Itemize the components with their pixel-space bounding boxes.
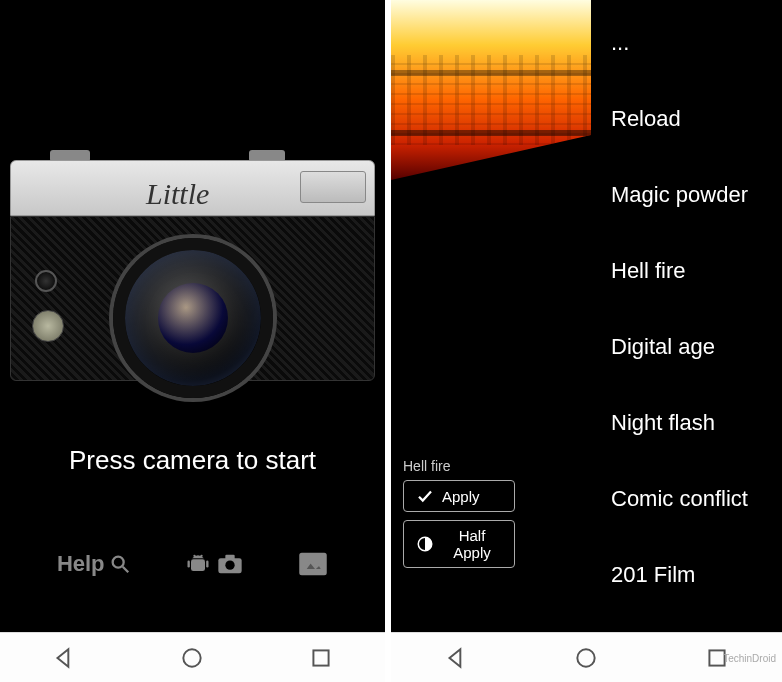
- apply-button[interactable]: Apply: [403, 480, 515, 512]
- filter-item-magic-powder[interactable]: Magic powder: [611, 182, 762, 208]
- svg-rect-6: [206, 561, 208, 568]
- filters-content: ... Reload Magic powder Hell fire Digita…: [391, 0, 782, 632]
- android-navbar-left: [0, 632, 385, 682]
- half-apply-button[interactable]: Half Apply: [403, 520, 515, 568]
- nav-home-button[interactable]: [179, 645, 205, 671]
- start-instruction-text: Press camera to start: [0, 445, 385, 476]
- search-icon: [109, 553, 131, 575]
- filter-item-reload[interactable]: Reload: [611, 106, 762, 132]
- camera-top-plate: Little: [10, 160, 375, 216]
- camera-icon: [216, 552, 244, 576]
- camera-flash: [300, 171, 366, 203]
- camera-illustration[interactable]: Little: [10, 160, 375, 420]
- camera-brand-label: Little: [146, 177, 209, 211]
- svg-point-13: [184, 649, 201, 666]
- svg-point-17: [578, 649, 595, 666]
- filter-preview-image: [391, 0, 591, 180]
- check-icon: [416, 487, 434, 505]
- svg-marker-16: [450, 649, 461, 666]
- gallery-button[interactable]: [298, 551, 328, 577]
- filter-item-hell-fire[interactable]: Hell fire: [611, 258, 762, 284]
- camera-lens: [113, 238, 273, 398]
- svg-line-1: [122, 567, 128, 573]
- svg-point-8: [226, 561, 235, 570]
- start-toolbar: Help: [0, 550, 385, 578]
- filter-list[interactable]: ... Reload Magic powder Hell fire Digita…: [611, 30, 762, 588]
- svg-rect-5: [188, 561, 190, 568]
- half-apply-button-label: Half Apply: [442, 527, 502, 561]
- apply-button-group: Apply Half Apply: [403, 480, 515, 568]
- filter-item-night-flash[interactable]: Night flash: [611, 410, 762, 436]
- svg-rect-2: [191, 559, 205, 571]
- svg-rect-14: [313, 650, 328, 665]
- start-content: Little Press camera to start Help: [0, 0, 385, 632]
- filter-item-comic-conflict[interactable]: Comic conflict: [611, 486, 762, 512]
- nav-back-button[interactable]: [443, 645, 469, 671]
- gallery-icon: [298, 551, 328, 577]
- svg-rect-9: [226, 555, 235, 560]
- screen-filters: ... Reload Magic powder Hell fire Digita…: [391, 0, 782, 682]
- screen-start: Little Press camera to start Help: [0, 0, 391, 682]
- filter-item-201-film[interactable]: 201 Film: [611, 562, 762, 588]
- camera-small-knob: [35, 270, 57, 292]
- watermark-text: TechinDroid: [723, 653, 776, 664]
- nav-home-button[interactable]: [573, 645, 599, 671]
- filter-item-more[interactable]: ...: [611, 30, 762, 56]
- svg-marker-12: [58, 649, 69, 666]
- nav-back-button[interactable]: [51, 645, 77, 671]
- half-circle-icon: [416, 535, 434, 553]
- help-button[interactable]: Help: [57, 551, 131, 577]
- help-label: Help: [57, 551, 105, 577]
- android-navbar-right: TechinDroid: [391, 632, 782, 682]
- camera-big-knob: [32, 310, 64, 342]
- apply-button-label: Apply: [442, 488, 480, 505]
- selected-filter-label: Hell fire: [403, 458, 450, 474]
- svg-rect-18: [709, 650, 724, 665]
- nav-recent-button[interactable]: [308, 645, 334, 671]
- filter-item-digital-age[interactable]: Digital age: [611, 334, 762, 360]
- svg-point-0: [112, 557, 123, 568]
- android-camera-button[interactable]: [184, 550, 244, 578]
- android-icon: [184, 550, 212, 578]
